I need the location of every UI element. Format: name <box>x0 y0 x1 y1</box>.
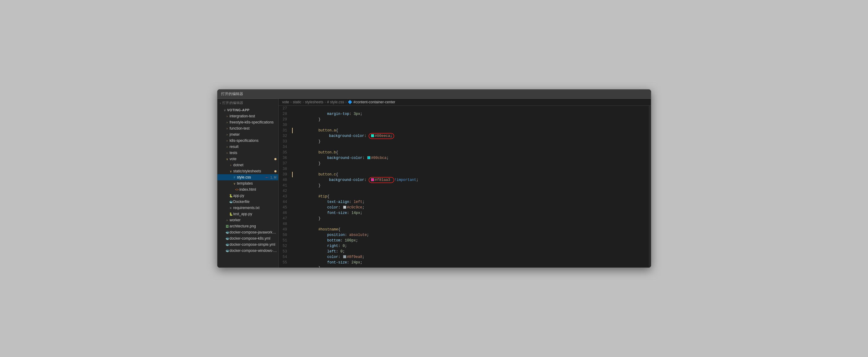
code-line-35: background-color: #00cbca; <box>292 150 647 155</box>
sidebar-item-dockerfile[interactable]: 🐳 Dockerfile <box>217 199 278 205</box>
line-num: 50 <box>281 232 287 238</box>
line-num: 55 <box>281 260 287 265</box>
folder-icon: › <box>225 151 230 155</box>
sidebar-item-label: index.html <box>240 187 278 192</box>
sidebar[interactable]: › 打开的编辑器 ∨ VOTING-APP › intergration-tes… <box>217 99 279 267</box>
line-numbers: 27 28 29 30 31 32 33 34 35 36 37 38 39 4… <box>279 106 290 267</box>
sidebar-item-freestyle-k8s[interactable]: › freestyle-k8s-specifications <box>217 119 278 125</box>
code-line-37 <box>292 161 647 166</box>
folder-open-icon: ∨ <box>232 181 237 186</box>
line-num: 30 <box>281 122 287 128</box>
modified-badge <box>274 158 277 160</box>
sidebar-item-integration-test[interactable]: › intergration-test <box>217 113 278 119</box>
editor-scrollbar[interactable] <box>649 106 651 267</box>
sidebar-item-result[interactable]: › result <box>217 144 278 150</box>
line-num: 46 <box>281 210 287 216</box>
folder-icon: › <box>225 114 230 119</box>
sidebar-item-style-css[interactable]: # style.css ← 1, M <box>217 174 278 180</box>
code-line-41 <box>292 183 647 188</box>
sidebar-item-docker-compose-windows[interactable]: 🐳 docker-compose-windows-1809.yml <box>217 248 278 254</box>
sidebar-item-worker[interactable]: › worker <box>217 217 278 223</box>
sidebar-item-label: jmeter <box>230 132 278 137</box>
sidebar-item-architecture-png[interactable]: 🖼 architecture.png <box>217 223 278 229</box>
sidebar-item-docker-compose-simple[interactable]: 🐳 docker-compose-simple.yml <box>217 241 278 248</box>
code-line-53: color: #8f9ea8; <box>292 249 647 254</box>
sidebar-item-docker-compose-javaworker[interactable]: 🐳 docker-compose-javaworker.yml <box>217 229 278 235</box>
yaml-file-icon: 🐳 <box>225 230 230 235</box>
sidebar-item-vote[interactable]: ∨ vote <box>217 156 278 162</box>
line-num: 53 <box>281 249 287 254</box>
code-line-40: } <box>292 177 647 183</box>
code-line-46: } <box>292 210 647 216</box>
line-num: 29 <box>281 117 287 122</box>
line-num: 45 <box>281 205 287 210</box>
sidebar-item-app-py[interactable]: 🐍 app.py <box>217 193 278 199</box>
sidebar-root-voting-app[interactable]: ∨ VOTING-APP <box>217 107 278 113</box>
sidebar-item-label: worker <box>230 218 278 222</box>
line-num: 43 <box>281 194 287 199</box>
chevron-down-icon: ∨ <box>222 107 227 112</box>
code-line-42: #tip{ <box>292 188 647 194</box>
folder-icon: › <box>225 218 230 223</box>
sidebar-item-label: freestyle-k8s-specifications <box>230 120 278 124</box>
sidebar-item-label: result <box>230 144 278 149</box>
open-editors-section[interactable]: › 打开的编辑器 <box>217 99 278 107</box>
sidebar-item-dotnet[interactable]: › dotnet <box>217 162 278 168</box>
code-line-49: position: absolute; <box>292 227 647 232</box>
line-num: 47 <box>281 216 287 221</box>
line-num: 40 <box>281 177 287 183</box>
code-line-30: button.a{ <box>292 122 647 128</box>
sidebar-item-label: k8s-specifications <box>230 138 278 143</box>
sidebar-item-static-stylesheets[interactable]: ∨ static/stylesheets <box>217 168 278 174</box>
yaml-file-icon: 🐳 <box>225 248 230 253</box>
sidebar-item-jmeter[interactable]: › jmeter <box>217 131 278 137</box>
line-num: 28 <box>281 111 287 117</box>
code-line-32: } <box>292 133 647 139</box>
sidebar-item-label: dotnet <box>234 163 278 167</box>
line-num: 39 <box>281 172 287 177</box>
code-editor[interactable]: 27 28 29 30 31 32 33 34 35 36 37 38 39 4… <box>279 106 651 267</box>
sidebar-item-label: test_app.py <box>234 212 278 216</box>
code-line-38: button.c{ <box>292 166 647 172</box>
breadcrumb-vote: vote <box>282 100 289 104</box>
sidebar-item-label: docker-compose-windows-1809.yml <box>230 249 278 253</box>
code-content[interactable]: margin-top: 3px; } button.a{ backgroun <box>290 106 649 267</box>
line-num: 52 <box>281 243 287 249</box>
sidebar-item-templates[interactable]: ∨ templates <box>217 180 278 187</box>
open-editors-header: 打开的编辑器 <box>221 91 243 97</box>
sidebar-item-docker-compose-k8s[interactable]: 🐳 docker-compose-k8s.yml <box>217 235 278 241</box>
code-line-34: button.b{ <box>292 144 647 150</box>
titlebar: 打开的编辑器 <box>217 90 651 99</box>
breadcrumb: vote › static › stylesheets › # style.cs… <box>279 99 651 106</box>
sidebar-item-test-app-py[interactable]: 🐍 test_app.py <box>217 211 278 217</box>
sidebar-item-label: docker-compose-k8s.yml <box>230 236 278 240</box>
sidebar-item-index-html[interactable]: <> index.html <box>217 187 278 193</box>
code-line-45: font-size: 14px; <box>292 205 647 210</box>
breadcrumb-style-css: # style.css <box>327 100 344 104</box>
sidebar-item-label: requirements.txt <box>234 206 278 210</box>
sidebar-item-tests[interactable]: › tests <box>217 150 278 156</box>
python-file-icon: 🐍 <box>228 212 234 217</box>
code-line-33 <box>292 139 647 144</box>
line-num: 41 <box>281 183 287 188</box>
sidebar-item-k8s-specifications[interactable]: › k8s-specifications <box>217 137 278 144</box>
sidebar-item-function-test[interactable]: › function-test <box>217 125 278 131</box>
breadcrumb-stylesheets: stylesheets <box>305 100 323 104</box>
html-file-icon: <> <box>235 187 240 192</box>
python-file-icon: 🐍 <box>228 193 234 198</box>
sidebar-item-label: static/stylesheets <box>234 169 274 173</box>
open-editors-label: 打开的编辑器 <box>222 101 244 105</box>
main-container: › 打开的编辑器 ∨ VOTING-APP › intergration-tes… <box>217 99 651 267</box>
code-line-48: #hostname{ <box>292 221 647 227</box>
code-line-28: } <box>292 111 647 117</box>
sidebar-item-requirements-txt[interactable]: ≡ requirements.txt <box>217 205 278 211</box>
breadcrumb-static: static <box>293 100 301 104</box>
breadcrumb-selector: 🔷 #content-container-center <box>348 100 395 104</box>
line-num: 37 <box>281 161 287 166</box>
code-line-44: color: #c0c9ce; <box>292 199 647 205</box>
code-line-27: margin-top: 3px; <box>292 106 647 111</box>
sidebar-item-label: docker-compose-simple.yml <box>230 242 278 247</box>
text-file-icon: ≡ <box>228 205 234 210</box>
code-line-29 <box>292 117 647 122</box>
folder-icon: › <box>225 126 230 131</box>
